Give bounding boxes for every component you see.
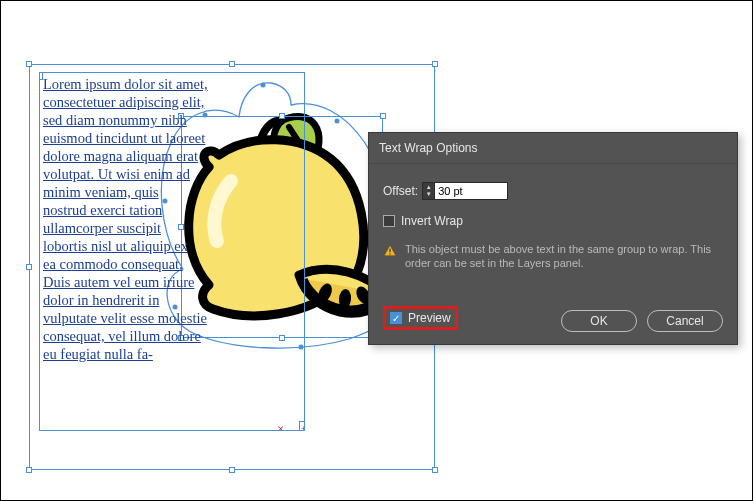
svg-rect-11 — [389, 249, 390, 253]
resize-handle[interactable] — [26, 467, 32, 473]
wrap-shape-float — [201, 75, 305, 355]
resize-handle[interactable] — [229, 61, 235, 67]
text-in-port[interactable] — [39, 72, 43, 80]
warning-icon — [383, 244, 397, 258]
spinner-arrows-icon[interactable]: ▲▼ — [423, 183, 435, 199]
warning-text: This object must be above text in the sa… — [405, 242, 723, 270]
offset-spinner[interactable]: ▲▼ — [422, 182, 508, 200]
resize-handle[interactable] — [26, 61, 32, 67]
invert-wrap-label: Invert Wrap — [401, 214, 463, 228]
dialog-title: Text Wrap Options — [369, 133, 737, 164]
canvas: × Lorem ipsum dolor sit amet, consectetu… — [1, 1, 752, 500]
ok-button[interactable]: OK — [561, 310, 637, 332]
resize-handle[interactable] — [26, 264, 32, 270]
cancel-button[interactable]: Cancel — [647, 310, 723, 332]
resize-handle[interactable] — [380, 113, 386, 119]
preview-checkbox[interactable] — [390, 312, 402, 324]
svg-rect-12 — [389, 253, 390, 254]
offset-label: Offset: — [383, 184, 418, 198]
text-out-port[interactable] — [299, 421, 305, 431]
overset-indicator: × — [277, 420, 284, 431]
preview-option[interactable]: Preview — [383, 306, 458, 330]
body-text[interactable]: Lorem ipsum dolor sit amet, consectetuer… — [43, 76, 208, 362]
offset-input[interactable] — [435, 183, 507, 199]
resize-handle[interactable] — [229, 467, 235, 473]
text-wrap-options-dialog: Text Wrap Options Offset: ▲▼ Invert Wrap — [368, 132, 738, 345]
text-frame[interactable]: × Lorem ipsum dolor sit amet, consectetu… — [39, 72, 305, 431]
preview-label: Preview — [408, 311, 451, 325]
resize-handle[interactable] — [432, 61, 438, 67]
invert-wrap-checkbox[interactable] — [383, 215, 395, 227]
resize-handle[interactable] — [432, 467, 438, 473]
